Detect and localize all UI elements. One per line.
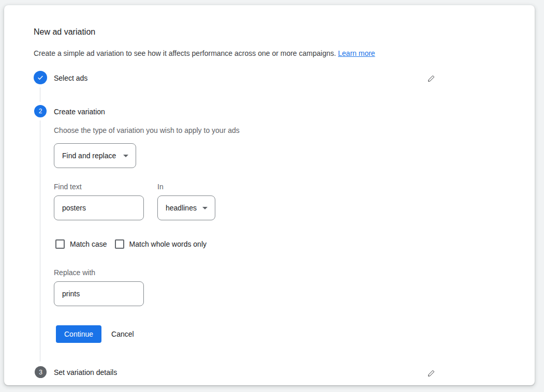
find-text-input[interactable]	[54, 195, 144, 220]
subtitle-text: Create a simple ad variation to see how …	[34, 49, 336, 57]
edit-step-3-button[interactable]	[424, 366, 438, 380]
edit-step-1-button[interactable]	[424, 71, 438, 85]
form-actions: Continue Cancel	[54, 325, 385, 343]
step-1-label: Select ads	[54, 73, 87, 83]
new-ad-variation-card: New ad variation Create a simple ad vari…	[4, 5, 535, 385]
learn-more-link[interactable]: Learn more	[338, 49, 375, 57]
cancel-button[interactable]: Cancel	[111, 330, 134, 338]
check-icon	[37, 74, 44, 81]
find-text-label: Find text	[54, 182, 157, 191]
step-2-label: Create variation	[54, 107, 105, 116]
variation-type-intro: Choose the type of variation you wish to…	[54, 126, 385, 135]
pencil-icon	[428, 369, 435, 377]
step-connector	[40, 87, 40, 102]
create-variation-form: Choose the type of variation you wish to…	[54, 126, 385, 343]
chevron-down-icon	[202, 207, 208, 209]
variation-type-value: Find and replace	[62, 152, 116, 160]
match-whole-words-checkbox[interactable]	[115, 239, 124, 249]
step-3-badge: 3	[35, 366, 47, 378]
in-label: In	[157, 182, 164, 191]
replace-with-input[interactable]	[54, 281, 144, 306]
step-3-label: Set variation details	[54, 368, 117, 377]
in-select[interactable]: headlines	[157, 195, 215, 220]
variation-type-select[interactable]: Find and replace	[54, 143, 136, 168]
match-whole-words-label: Match whole words only	[129, 240, 207, 248]
page-title: New ad variation	[34, 27, 95, 37]
chevron-down-icon	[123, 155, 128, 157]
match-options-row: Match case Match whole words only	[54, 239, 385, 249]
replace-with-label: Replace with	[54, 268, 385, 277]
find-in-fields-row: headlines	[54, 195, 385, 220]
find-in-labels-row: Find text In	[54, 182, 385, 191]
continue-button[interactable]: Continue	[56, 325, 101, 343]
match-case-label: Match case	[70, 240, 107, 248]
step-1-badge	[34, 71, 47, 84]
step-rail	[40, 120, 40, 361]
page-subtitle: Create a simple ad variation to see how …	[34, 49, 375, 58]
step-2-badge: 2	[34, 105, 47, 117]
in-select-value: headlines	[166, 204, 197, 212]
pencil-icon	[428, 74, 435, 82]
match-case-checkbox[interactable]	[55, 239, 65, 249]
